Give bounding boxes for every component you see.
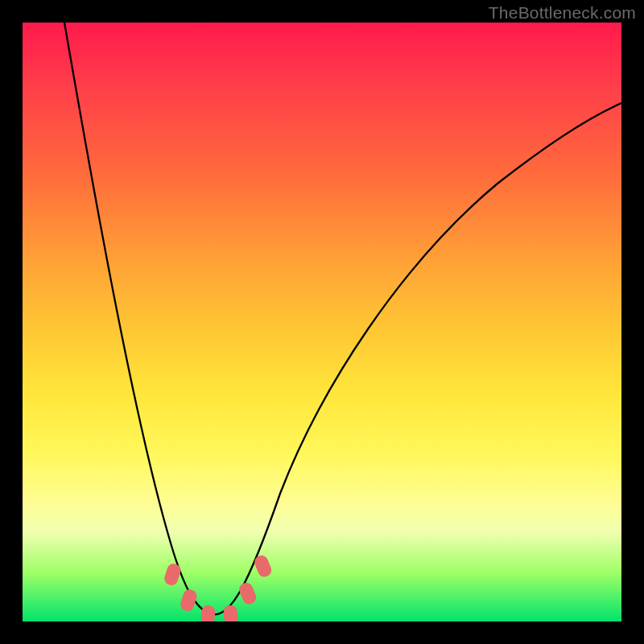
bottleneck-curve-path [64,23,621,614]
marker-group [163,554,274,621]
marker-dot [163,562,183,587]
chart-plot-area [23,23,621,621]
marker-dot [179,588,199,613]
bottleneck-curve-svg [23,23,621,621]
marker-dot [223,605,238,621]
watermark-text: TheBottleneck.com [489,3,636,23]
marker-dot [200,605,216,621]
marker-dot [237,581,258,606]
